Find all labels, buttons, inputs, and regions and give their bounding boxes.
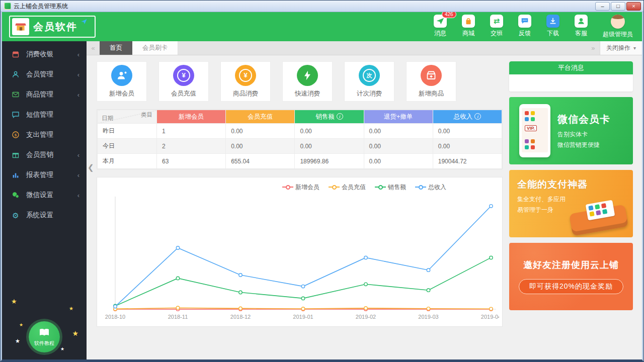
legend-marker xyxy=(282,185,293,190)
maximize-button[interactable]: □ xyxy=(611,2,625,11)
feedback-bubble-icon xyxy=(518,15,531,28)
corner-category-label: 类目 xyxy=(141,111,152,119)
quick-action-label: 新增会员 xyxy=(109,89,134,98)
chevron-left-icon: ‹ xyxy=(77,51,79,58)
sidebar-item-settings[interactable]: ⚙ 系统设置 xyxy=(2,205,87,225)
quick-action-count-consume[interactable]: 次 计次消费 xyxy=(344,61,394,102)
top-header: 会员软件 426 消息 商城 xyxy=(2,12,642,41)
star-decoration: ★ xyxy=(19,322,23,327)
quick-action-goods-consume[interactable]: ¥ 商品消费 xyxy=(220,61,271,102)
nav-item-admin[interactable]: 超级管理员 xyxy=(603,15,633,39)
app-icon xyxy=(4,3,11,10)
tab-scroll-left[interactable]: « xyxy=(87,41,100,55)
download-icon xyxy=(546,15,559,28)
trend-line-chart: 2018-102018-112018-122019-012019-022019-… xyxy=(100,193,499,323)
sms-chat-icon xyxy=(11,111,20,119)
col-header-total-income: 总收入i xyxy=(433,110,502,124)
tab-member-swipe[interactable]: 会员刷卡 xyxy=(132,41,178,55)
svg-text:2018-11: 2018-11 xyxy=(168,314,188,320)
tab-scroll-right[interactable]: » xyxy=(587,41,600,55)
sidebar-item-label: 短信管理 xyxy=(26,110,53,119)
svg-text:2019-04: 2019-04 xyxy=(481,314,499,320)
legend-label: 会员充值 xyxy=(342,183,366,192)
table-corner-cell: 类目 日期 xyxy=(98,110,157,124)
reward-pill: 即可获得20%的现金奖励 xyxy=(519,279,623,294)
legend-item-recharge[interactable]: 会员充值 xyxy=(329,183,366,192)
quick-action-label: 新增商品 xyxy=(419,89,444,98)
nav-item-mall[interactable]: 商城 xyxy=(462,15,475,38)
close-button[interactable]: × xyxy=(626,2,641,11)
legend-item-new-members[interactable]: 新增会员 xyxy=(282,183,319,192)
cell-value: 190044.72 xyxy=(433,154,502,169)
titlebar[interactable]: 云上铺会员管理系统 – □ × xyxy=(1,1,643,12)
chart-legend: 新增会员 会员充值 销售额 xyxy=(100,182,499,193)
minimize-button[interactable]: – xyxy=(595,2,610,11)
close-actions-dropdown[interactable]: 关闭操作 ▾ xyxy=(600,41,642,55)
tutorial-button[interactable]: 软件教程 xyxy=(29,321,60,352)
sidebar-item-wechat[interactable]: 微信设置 ‹ xyxy=(2,185,87,205)
sidebar-item-goods[interactable]: 商品管理 ‹ xyxy=(2,84,87,105)
quick-action-add-goods[interactable]: 新增商品 xyxy=(406,61,456,102)
nav-item-download[interactable]: 下载 xyxy=(546,15,559,38)
nav-label: 反馈 xyxy=(519,29,531,38)
goods-envelope-icon xyxy=(11,90,20,99)
cell-value: 0.00 xyxy=(295,124,364,139)
table-row-this-month: 本月 63 655.04 189969.86 0.00 190044.72 xyxy=(98,154,502,169)
sidebar: 消费收银 ‹ 会员管理 ‹ 商品管理 ‹ 短信管理 xyxy=(2,41,87,359)
sidebar-item-marketing[interactable]: 会员营销 ‹ xyxy=(2,145,87,165)
nav-label: 客服 xyxy=(575,29,587,38)
nav-item-support[interactable]: 客服 xyxy=(575,15,588,38)
legend-item-total-income[interactable]: 总收入 xyxy=(415,183,446,192)
legend-item-sales[interactable]: 销售额 xyxy=(375,183,406,192)
cell-value: 0.00 xyxy=(364,139,433,154)
quick-action-fast-consume[interactable]: 快速消费 xyxy=(282,61,333,102)
col-header-refunds: 退货+撤单 xyxy=(364,110,433,124)
chevron-left-icon: ‹ xyxy=(77,171,79,179)
sidebar-item-expense[interactable]: $ 支出管理 xyxy=(2,125,87,145)
quick-action-recharge[interactable]: ¥ 会员充值 xyxy=(158,61,209,102)
wechat-card-banner[interactable]: VIP. 微信会员卡 告别实体卡 微信营销更便捷 xyxy=(509,97,633,164)
quick-action-add-member[interactable]: 新增会员 xyxy=(97,61,147,102)
payment-device-banner[interactable]: 全能的支付神器 集全支付、多应用 易管理于一身 xyxy=(509,170,633,237)
col-header-sales: 销售额i xyxy=(295,110,364,124)
pos-register-icon xyxy=(11,50,20,58)
sidebar-collapse-handle[interactable]: ❮ xyxy=(87,161,95,174)
cell-value: 1 xyxy=(157,124,226,139)
sidebar-item-members[interactable]: 会员管理 ‹ xyxy=(2,64,87,84)
close-actions-label: 关闭操作 xyxy=(606,44,630,52)
pos-device-image xyxy=(564,196,629,235)
nav-item-shift[interactable]: ⇄ 交班 xyxy=(490,15,503,38)
sidebar-item-label: 消费收银 xyxy=(26,50,53,59)
nav-label: 消息 xyxy=(434,29,446,38)
window-title: 云上铺会员管理系统 xyxy=(14,2,68,11)
settings-gear-icon: ⚙ xyxy=(11,212,20,219)
tab-spacer xyxy=(178,41,587,55)
sidebar-item-label: 会员管理 xyxy=(26,70,53,79)
nav-item-messages[interactable]: 426 消息 xyxy=(434,15,447,38)
info-icon[interactable]: i xyxy=(474,113,481,120)
sidebar-item-sms[interactable]: 短信管理 xyxy=(2,105,87,125)
sidebar-item-reports[interactable]: 报表管理 ‹ xyxy=(2,165,87,185)
platform-message-body xyxy=(509,74,633,92)
cell-value: 0.00 xyxy=(226,139,295,154)
col-header-new-members: 新增会员 xyxy=(157,110,226,124)
quick-action-label: 快速消费 xyxy=(295,89,320,98)
shop-icon xyxy=(12,18,29,35)
cell-value: 655.04 xyxy=(226,154,295,169)
invite-friends-banner[interactable]: 邀好友注册使用云上铺 即可获得20%的现金奖励 xyxy=(509,243,633,310)
box-plus-icon xyxy=(421,65,442,86)
tab-home[interactable]: 首页 xyxy=(100,41,132,55)
sidebar-item-cashier[interactable]: 消费收银 ‹ xyxy=(2,44,87,64)
sidebar-item-label: 支出管理 xyxy=(26,130,53,139)
mall-bag-icon xyxy=(462,15,475,28)
info-icon[interactable]: i xyxy=(337,113,343,120)
top-nav: 426 消息 商城 ⇄ 交班 xyxy=(434,15,635,39)
phone-image: VIP. xyxy=(519,104,550,157)
vip-tag: VIP. xyxy=(525,125,537,131)
trend-chart-card: 新增会员 会员充值 销售额 xyxy=(97,177,503,327)
legend-marker xyxy=(329,185,340,190)
platform-message-card[interactable]: 平台消息 xyxy=(509,61,633,92)
nav-item-feedback[interactable]: 反馈 xyxy=(518,15,531,38)
table-row-yesterday: 昨日 1 0.00 0.00 0.00 0.00 xyxy=(98,124,502,139)
content: 新增会员 ¥ 会员充值 ¥ xyxy=(87,55,642,359)
